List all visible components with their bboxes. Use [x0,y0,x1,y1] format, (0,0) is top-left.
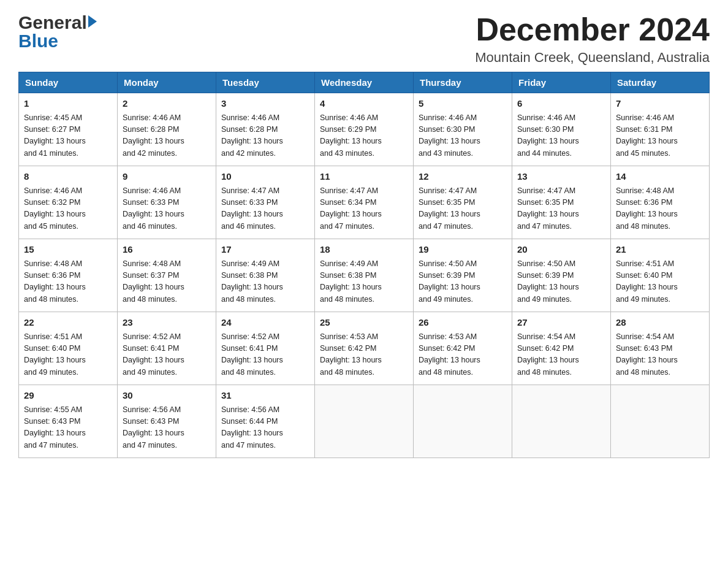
day-info: Sunrise: 4:53 AMSunset: 6:42 PMDaylight:… [320,331,408,379]
day-number: 16 [123,243,211,257]
day-number: 9 [123,170,211,184]
day-number: 24 [221,316,309,330]
day-info: Sunrise: 4:47 AMSunset: 6:34 PMDaylight:… [320,185,408,233]
day-info: Sunrise: 4:51 AMSunset: 6:40 PMDaylight:… [616,258,704,306]
calendar-day-cell [512,385,611,458]
calendar-day-cell: 13Sunrise: 4:47 AMSunset: 6:35 PMDayligh… [512,166,611,239]
day-number: 30 [123,389,211,403]
calendar-week-row: 1Sunrise: 4:45 AMSunset: 6:27 PMDaylight… [19,93,710,166]
calendar-day-cell: 10Sunrise: 4:47 AMSunset: 6:33 PMDayligh… [216,166,315,239]
day-number: 26 [419,316,507,330]
day-number: 18 [320,243,408,257]
logo: General Blue [18,12,97,52]
day-number: 14 [616,170,704,184]
day-info: Sunrise: 4:49 AMSunset: 6:38 PMDaylight:… [320,258,408,306]
calendar-day-cell: 16Sunrise: 4:48 AMSunset: 6:37 PMDayligh… [118,239,216,312]
day-info: Sunrise: 4:45 AMSunset: 6:27 PMDaylight:… [24,112,112,160]
day-info: Sunrise: 4:54 AMSunset: 6:43 PMDaylight:… [616,331,704,379]
day-info: Sunrise: 4:46 AMSunset: 6:33 PMDaylight:… [123,185,211,233]
calendar-week-row: 22Sunrise: 4:51 AMSunset: 6:40 PMDayligh… [19,312,710,385]
calendar-day-cell: 19Sunrise: 4:50 AMSunset: 6:39 PMDayligh… [414,239,512,312]
logo-arrow-icon [88,15,97,28]
calendar-day-cell: 11Sunrise: 4:47 AMSunset: 6:34 PMDayligh… [315,166,414,239]
day-info: Sunrise: 4:47 AMSunset: 6:35 PMDaylight:… [419,185,507,233]
calendar-day-cell [414,385,512,458]
day-number: 19 [419,243,507,257]
calendar-day-cell: 18Sunrise: 4:49 AMSunset: 6:38 PMDayligh… [315,239,414,312]
day-info: Sunrise: 4:49 AMSunset: 6:38 PMDaylight:… [221,258,309,306]
calendar-header-row: SundayMondayTuesdayWednesdayThursdayFrid… [19,72,710,93]
day-number: 27 [517,316,605,330]
day-info: Sunrise: 4:46 AMSunset: 6:28 PMDaylight:… [123,112,211,160]
day-info: Sunrise: 4:47 AMSunset: 6:35 PMDaylight:… [517,185,605,233]
calendar-day-cell: 6Sunrise: 4:46 AMSunset: 6:30 PMDaylight… [512,93,611,166]
day-info: Sunrise: 4:46 AMSunset: 6:29 PMDaylight:… [320,112,408,160]
day-number: 2 [123,97,211,111]
calendar-day-cell: 15Sunrise: 4:48 AMSunset: 6:36 PMDayligh… [19,239,118,312]
calendar-day-cell [315,385,414,458]
calendar-header-cell: Saturday [611,72,710,93]
day-info: Sunrise: 4:52 AMSunset: 6:41 PMDaylight:… [221,331,309,379]
calendar-day-cell: 12Sunrise: 4:47 AMSunset: 6:35 PMDayligh… [414,166,512,239]
title-block: December 2024 Mountain Creek, Queensland… [475,12,710,66]
day-info: Sunrise: 4:46 AMSunset: 6:30 PMDaylight:… [517,112,605,160]
day-number: 3 [221,97,309,111]
calendar-day-cell: 9Sunrise: 4:46 AMSunset: 6:33 PMDaylight… [118,166,216,239]
calendar-day-cell: 27Sunrise: 4:54 AMSunset: 6:42 PMDayligh… [512,312,611,385]
calendar-day-cell: 5Sunrise: 4:46 AMSunset: 6:30 PMDaylight… [414,93,512,166]
calendar-day-cell: 25Sunrise: 4:53 AMSunset: 6:42 PMDayligh… [315,312,414,385]
day-number: 11 [320,170,408,184]
calendar-day-cell: 7Sunrise: 4:46 AMSunset: 6:31 PMDaylight… [611,93,710,166]
calendar-day-cell: 8Sunrise: 4:46 AMSunset: 6:32 PMDaylight… [19,166,118,239]
day-number: 20 [517,243,605,257]
calendar-header-cell: Wednesday [315,72,414,93]
day-number: 7 [616,97,704,111]
day-number: 25 [320,316,408,330]
day-info: Sunrise: 4:48 AMSunset: 6:37 PMDaylight:… [123,258,211,306]
calendar-table: SundayMondayTuesdayWednesdayThursdayFrid… [18,72,710,458]
day-info: Sunrise: 4:52 AMSunset: 6:41 PMDaylight:… [123,331,211,379]
calendar-header-cell: Monday [118,72,216,93]
logo-general-text: General [18,12,87,33]
calendar-day-cell: 14Sunrise: 4:48 AMSunset: 6:36 PMDayligh… [611,166,710,239]
page-subtitle: Mountain Creek, Queensland, Australia [475,50,710,66]
day-info: Sunrise: 4:46 AMSunset: 6:28 PMDaylight:… [221,112,309,160]
calendar-week-row: 8Sunrise: 4:46 AMSunset: 6:32 PMDaylight… [19,166,710,239]
calendar-day-cell: 2Sunrise: 4:46 AMSunset: 6:28 PMDaylight… [118,93,216,166]
day-info: Sunrise: 4:50 AMSunset: 6:39 PMDaylight:… [517,258,605,306]
calendar-day-cell: 22Sunrise: 4:51 AMSunset: 6:40 PMDayligh… [19,312,118,385]
day-number: 8 [24,170,112,184]
day-number: 21 [616,243,704,257]
day-number: 4 [320,97,408,111]
page-header: General Blue December 2024 Mountain Cree… [18,12,710,66]
calendar-day-cell [611,385,710,458]
calendar-day-cell: 26Sunrise: 4:53 AMSunset: 6:42 PMDayligh… [414,312,512,385]
calendar-day-cell: 30Sunrise: 4:56 AMSunset: 6:43 PMDayligh… [118,385,216,458]
calendar-day-cell: 29Sunrise: 4:55 AMSunset: 6:43 PMDayligh… [19,385,118,458]
calendar-header-cell: Thursday [414,72,512,93]
page-title: December 2024 [475,12,710,47]
day-info: Sunrise: 4:48 AMSunset: 6:36 PMDaylight:… [616,185,704,233]
day-number: 28 [616,316,704,330]
calendar-day-cell: 4Sunrise: 4:46 AMSunset: 6:29 PMDaylight… [315,93,414,166]
day-info: Sunrise: 4:47 AMSunset: 6:33 PMDaylight:… [221,185,309,233]
day-info: Sunrise: 4:48 AMSunset: 6:36 PMDaylight:… [24,258,112,306]
calendar-day-cell: 20Sunrise: 4:50 AMSunset: 6:39 PMDayligh… [512,239,611,312]
calendar-week-row: 15Sunrise: 4:48 AMSunset: 6:36 PMDayligh… [19,239,710,312]
day-info: Sunrise: 4:46 AMSunset: 6:31 PMDaylight:… [616,112,704,160]
day-number: 31 [221,389,309,403]
day-info: Sunrise: 4:54 AMSunset: 6:42 PMDaylight:… [517,331,605,379]
day-number: 6 [517,97,605,111]
day-info: Sunrise: 4:46 AMSunset: 6:30 PMDaylight:… [419,112,507,160]
day-info: Sunrise: 4:53 AMSunset: 6:42 PMDaylight:… [419,331,507,379]
calendar-week-row: 29Sunrise: 4:55 AMSunset: 6:43 PMDayligh… [19,385,710,458]
day-number: 29 [24,389,112,403]
calendar-day-cell: 24Sunrise: 4:52 AMSunset: 6:41 PMDayligh… [216,312,315,385]
day-number: 22 [24,316,112,330]
logo-blue-text: Blue [18,31,58,52]
day-info: Sunrise: 4:55 AMSunset: 6:43 PMDaylight:… [24,404,112,452]
day-number: 12 [419,170,507,184]
calendar-day-cell: 21Sunrise: 4:51 AMSunset: 6:40 PMDayligh… [611,239,710,312]
day-info: Sunrise: 4:56 AMSunset: 6:44 PMDaylight:… [221,404,309,452]
calendar-day-cell: 28Sunrise: 4:54 AMSunset: 6:43 PMDayligh… [611,312,710,385]
